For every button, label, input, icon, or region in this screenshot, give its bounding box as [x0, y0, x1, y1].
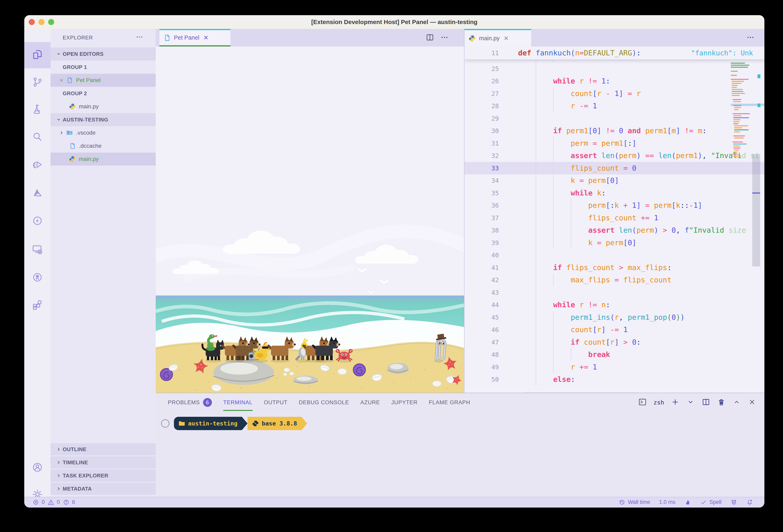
activity-item-github[interactable] [24, 265, 51, 291]
extensions-icon [31, 299, 43, 312]
tab-close-icon[interactable]: ✕ [203, 34, 209, 41]
explorer-more-actions-icon[interactable] [135, 33, 144, 42]
prompt-segment: austin-testing [174, 417, 242, 430]
shell-label[interactable]: zsh [654, 399, 664, 406]
vertical-scrollbar[interactable] [752, 154, 760, 266]
bottom-panel: PROBLEMS6TERMINALOUTPUTDEBUG CONSOLEAZUR… [156, 393, 764, 498]
editor-group-separator[interactable] [464, 29, 465, 393]
status-item-spell[interactable]: Spell [700, 499, 722, 506]
sidebar-section-timeline[interactable]: TIMELINE [51, 456, 156, 469]
code-editor[interactable]: 24 check += 12526 while r != 1:27 count[… [465, 46, 764, 393]
status-item-pet-face[interactable] [730, 499, 737, 506]
sticky-scroll-line[interactable]: 11 def fannkuch(n=DEFAULT_ARG): "fannkuc… [465, 46, 764, 59]
code-line-40: 40 [465, 249, 764, 261]
warning-triangle-icon [48, 499, 54, 506]
activity-item-extensions[interactable] [24, 293, 51, 319]
code-line-42: 42 max_flips = flips_count [465, 274, 764, 286]
item-label: AUSTIN-TESTING [63, 117, 108, 123]
squirrel-icon [684, 499, 691, 506]
split-editor-icon[interactable] [426, 33, 434, 42]
activity-item-source-control[interactable] [24, 69, 51, 96]
terminal-prompt[interactable]: austin-testingbase 3.8.8 [161, 417, 307, 430]
line-number: 44 [465, 299, 499, 311]
source-control-icon [31, 76, 43, 89]
chevron-down-icon [55, 50, 63, 58]
code-line-50: 50 else: [465, 373, 764, 386]
code-line-38: 38 assert len(perm) > 0, f"Invalid size [465, 224, 764, 236]
search-icon [31, 131, 43, 144]
code-line-44: 44 while r != n: [465, 299, 764, 311]
maximize-panel-icon[interactable] [732, 398, 741, 407]
item-label: main.py [79, 156, 99, 162]
activity-item-azure[interactable] [24, 180, 51, 206]
panel-tab-output[interactable]: OUTPUT [264, 399, 287, 406]
chevron-down-icon [55, 115, 63, 124]
panel-tab-jupyter[interactable]: JUPYTER [391, 399, 417, 406]
line-number: 39 [465, 236, 499, 249]
minimap[interactable] [731, 63, 752, 156]
code-line-45: 45 perm1_ins(r, perm1_pop(0)) [465, 311, 764, 324]
tab-pet-panel[interactable]: Pet Panel ✕ [159, 29, 230, 46]
pet-panel-webview[interactable] [156, 46, 464, 393]
problems-status[interactable]: 006 [32, 497, 75, 507]
activity-item-thunder[interactable] [24, 208, 51, 234]
activity-item-search[interactable] [24, 124, 51, 151]
close-editor-icon[interactable] [57, 76, 65, 84]
activity-item-run-debug[interactable] [24, 153, 51, 179]
panel-tab-debug-console[interactable]: DEBUG CONSOLE [299, 399, 349, 406]
close-panel-icon[interactable] [748, 398, 756, 407]
status-warning-triangle[interactable]: 0 [48, 499, 60, 506]
sidebar-item--vscode[interactable]: .vscode [51, 126, 156, 139]
sidebar-item-austin-testing[interactable]: AUSTIN-TESTING [51, 113, 156, 126]
sidebar-item-main-py[interactable]: main.py [51, 100, 156, 113]
activity-item-explorer[interactable] [24, 42, 51, 68]
status-item-1-0-ms[interactable]: 1.0 ms [659, 499, 676, 505]
activity-item-testing[interactable] [24, 97, 51, 123]
sidebar-header: EXPLORER [51, 29, 156, 47]
panel-tab-problems[interactable]: PROBLEMS6 [168, 398, 212, 407]
status-item-squirrel[interactable] [684, 499, 691, 506]
sidebar-item-open-editors[interactable]: OPEN EDITORS [51, 47, 156, 60]
line-number: 25 [465, 62, 499, 75]
panel-tabs: PROBLEMS6TERMINALOUTPUTDEBUG CONSOLEAZUR… [168, 393, 470, 412]
line-number: 31 [465, 137, 499, 149]
sidebar-item--dccache[interactable]: .dccache [51, 139, 156, 153]
status-info-circle[interactable]: 6 [63, 499, 75, 506]
status-item-wall-time[interactable]: Wall time [619, 499, 650, 506]
status-error-circle[interactable]: 0 [32, 499, 45, 506]
more-actions-icon[interactable] [440, 33, 449, 42]
error-circle-icon [32, 499, 39, 506]
activity-item-remote-monitor[interactable] [24, 237, 51, 263]
terminal-icon [638, 398, 647, 407]
window-title: [Extension Development Host] Pet Panel —… [24, 15, 764, 29]
code-line-28: 28 r -= 1 [465, 100, 764, 112]
clock-icon [619, 499, 625, 506]
new-terminal-icon[interactable] [671, 398, 680, 407]
sidebar-item-group-1[interactable]: GROUP 1 [51, 61, 156, 74]
code-line-27: 27 count[r - 1] = r [465, 87, 764, 100]
panel-tab-terminal[interactable]: TERMINAL [223, 399, 253, 406]
tab-close-icon[interactable]: ✕ [504, 35, 509, 42]
sidebar-item-pet-panel[interactable]: Pet Panel [51, 74, 156, 87]
sidebar-item-group-2[interactable]: GROUP 2 [51, 87, 156, 100]
line-number: 46 [465, 323, 499, 336]
line-number: 26 [465, 75, 499, 87]
sidebar-section-metadata[interactable]: METADATA [51, 483, 156, 495]
tab-main-py[interactable]: main.py ✕ [465, 29, 531, 46]
kill-terminal-icon[interactable] [717, 398, 726, 407]
panel-tab-flame-graph[interactable]: FLAME GRAPH [429, 399, 470, 406]
split-terminal-icon[interactable] [702, 398, 710, 407]
line-number: 36 [465, 199, 499, 212]
section-label: TIMELINE [63, 459, 88, 466]
sidebar-item-main-py[interactable]: main.py [51, 153, 156, 166]
sidebar-section-outline[interactable]: OUTLINE [51, 443, 156, 455]
panel-tab-azure[interactable]: AZURE [361, 399, 380, 406]
more-actions-icon[interactable] [746, 33, 755, 42]
status-item-bell[interactable] [746, 499, 753, 506]
activity-item-account[interactable] [24, 455, 51, 481]
code-line-47: 47 if count[r] > 0: [465, 336, 764, 348]
sidebar-section-task-explorer[interactable]: TASK EXPLORER [51, 470, 156, 482]
panel-tab-label: PROBLEMS [168, 399, 200, 406]
terminal-dropdown-icon[interactable] [686, 398, 695, 407]
overview-ruler-marker [757, 103, 760, 107]
